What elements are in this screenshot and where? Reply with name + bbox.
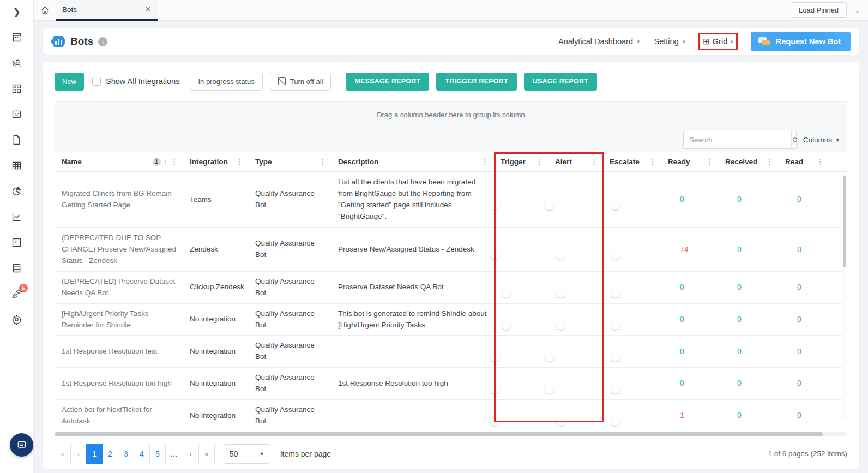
cell-ready-count[interactable]: 0 <box>661 373 719 394</box>
page-ellipsis-button[interactable]: ... <box>165 444 183 464</box>
column-header-trigger[interactable]: Trigger⋮ <box>494 152 548 171</box>
page-first-button[interactable]: « <box>55 444 71 464</box>
database-icon[interactable] <box>11 262 23 274</box>
column-header-received[interactable]: Received⋮ <box>719 152 779 171</box>
column-menu-icon[interactable]: ⋮ <box>233 158 246 166</box>
cell-ready-count[interactable]: 0 <box>661 189 719 210</box>
column-menu-icon[interactable]: ⋮ <box>814 158 827 166</box>
cell-trigger <box>494 315 548 324</box>
cell-read-count[interactable]: 0 <box>779 189 829 210</box>
column-menu-icon[interactable]: ⋮ <box>703 158 716 166</box>
column-menu-icon[interactable]: ⋮ <box>763 158 776 166</box>
column-header-ready[interactable]: Ready⋮ <box>661 152 719 171</box>
tab-close-icon[interactable]: ✕ <box>144 5 151 14</box>
tab-bots[interactable]: Bots ✕ <box>56 0 158 21</box>
analytical-dashboard-dropdown[interactable]: Analytical Dashboard ▾ <box>558 37 640 46</box>
table-row[interactable]: [High/Urgent Priority Tasks Reminder for… <box>55 304 847 336</box>
help-chat-button[interactable] <box>10 433 33 457</box>
column-header-description[interactable]: Description⋮ <box>331 152 494 171</box>
page-number-button[interactable]: 2 <box>102 444 118 464</box>
vertical-scrollbar[interactable] <box>842 173 847 419</box>
search-icon[interactable] <box>791 131 799 148</box>
page-number-button[interactable]: 3 <box>118 444 134 464</box>
cell-read-count[interactable]: 0 <box>779 373 829 394</box>
settings-gear-icon[interactable] <box>11 313 23 325</box>
page-number-button[interactable]: 1 <box>86 444 103 464</box>
pie-chart-icon[interactable] <box>11 185 23 197</box>
usage-report-button[interactable]: USAGE REPORT <box>524 73 597 91</box>
trigger-report-button[interactable]: TRIGGER REPORT <box>436 73 516 91</box>
apps-grid-icon[interactable] <box>11 82 23 94</box>
cell-ready-count[interactable]: 0 <box>661 277 719 298</box>
load-pinned-button[interactable]: Load Pinned <box>791 2 847 18</box>
column-menu-icon[interactable]: ⋮ <box>646 158 659 166</box>
new-button[interactable]: New <box>55 73 84 91</box>
page-next-button[interactable]: › <box>183 444 199 464</box>
cell-read-count[interactable]: 0 <box>779 405 829 426</box>
cell-read-count[interactable]: 0 <box>779 277 829 298</box>
cell-escalate <box>603 411 661 420</box>
request-new-bot-button[interactable]: Request New Bot <box>751 32 851 51</box>
home-icon[interactable] <box>34 0 56 21</box>
in-progress-status-button[interactable]: In progress status <box>190 73 262 91</box>
cell-received-count[interactable]: 0 <box>719 277 779 298</box>
document-icon[interactable] <box>11 134 23 146</box>
group-panel[interactable]: Drag a column header here to group its c… <box>55 102 847 128</box>
column-header-integration[interactable]: Integration⋮ <box>183 152 249 171</box>
table-row[interactable]: (DEPRECATED) Proserve Dataset Needs QA B… <box>55 272 847 304</box>
cell-read-count[interactable]: 0 <box>779 309 829 330</box>
table-icon[interactable] <box>11 159 23 171</box>
cell-received-count[interactable]: 0 <box>719 342 779 362</box>
column-header-type[interactable]: Type⋮ <box>249 152 331 171</box>
cell-received-count[interactable]: 0 <box>719 373 779 394</box>
cell-read-count[interactable]: 0 <box>779 240 829 260</box>
checkbox[interactable] <box>92 77 101 86</box>
info-icon[interactable]: i <box>98 37 107 46</box>
turn-off-all-button[interactable]: Turn off all <box>270 73 331 91</box>
column-menu-icon[interactable]: ⋮ <box>588 158 600 166</box>
kanban-icon[interactable] <box>11 236 23 248</box>
page-last-button[interactable]: » <box>198 444 215 464</box>
grid-view-dropdown[interactable]: ⊞ Grid ▾ <box>703 37 733 46</box>
topbar-chevron-down-icon[interactable]: ⌄ <box>854 6 860 14</box>
sort-asc-icon[interactable]: ↑ <box>164 158 167 166</box>
page-number-button[interactable]: 4 <box>134 444 150 464</box>
storefront-icon[interactable] <box>11 31 23 43</box>
cell-received-count[interactable]: 0 <box>719 309 779 330</box>
horizontal-scrollbar[interactable] <box>55 432 847 436</box>
page-number-button[interactable]: 5 <box>149 444 166 464</box>
cell-read-count[interactable]: 0 <box>779 342 829 362</box>
cell-ready-count[interactable]: 0 <box>661 342 719 362</box>
column-menu-icon[interactable]: ⋮ <box>316 158 329 166</box>
show-all-integrations-checkbox[interactable]: Show All Integrations <box>92 77 179 86</box>
page-size-select[interactable]: 50 ▼ <box>224 444 270 464</box>
message-report-button[interactable]: MESSAGE REPORT <box>346 73 429 91</box>
column-header-name[interactable]: Name 1 ↑ ⋮ <box>55 152 183 171</box>
bot-icon[interactable] <box>11 108 23 120</box>
line-chart-icon[interactable] <box>11 211 23 223</box>
column-header-read[interactable]: Read⋮ <box>779 152 829 171</box>
table-row[interactable]: Migrated Clinets from BG Remain Getting … <box>55 172 847 228</box>
column-menu-icon[interactable]: ⋮ <box>533 158 546 166</box>
cell-ready-count[interactable]: 1 <box>661 405 719 426</box>
table-row[interactable]: 1st Response Resolution too high No inte… <box>55 368 847 400</box>
table-row[interactable]: (DEPRECATED DUE TO SOP CHANGE) Proserve … <box>55 228 847 272</box>
column-menu-icon[interactable]: ⋮ <box>168 158 180 166</box>
cell-received-count[interactable]: 0 <box>719 405 779 426</box>
users-icon[interactable] <box>11 57 23 69</box>
table-row[interactable]: Action bot for NextTicket for Autotask N… <box>55 400 847 432</box>
table-row[interactable]: 1st Response Resolution test No integrat… <box>55 336 847 368</box>
column-menu-icon[interactable]: ⋮ <box>479 158 491 166</box>
columns-chooser[interactable]: Columns ▼ <box>803 136 842 144</box>
cell-ready-count[interactable]: 0 <box>661 309 719 330</box>
integrations-plug-icon[interactable]: 5 <box>11 288 23 300</box>
cell-received-count[interactable]: 0 <box>719 189 779 210</box>
page-prev-button[interactable]: ‹ <box>70 444 87 464</box>
search-input[interactable] <box>684 136 791 144</box>
cell-ready-count[interactable]: 74 <box>661 240 719 260</box>
setting-dropdown[interactable]: Setting ▾ <box>654 37 686 46</box>
sidebar-expand-icon[interactable]: ❯ <box>13 7 20 18</box>
column-header-escalate[interactable]: Escalate⋮ <box>603 152 661 171</box>
column-header-alert[interactable]: Alert⋮ <box>548 152 603 171</box>
cell-received-count[interactable]: 0 <box>719 240 779 260</box>
